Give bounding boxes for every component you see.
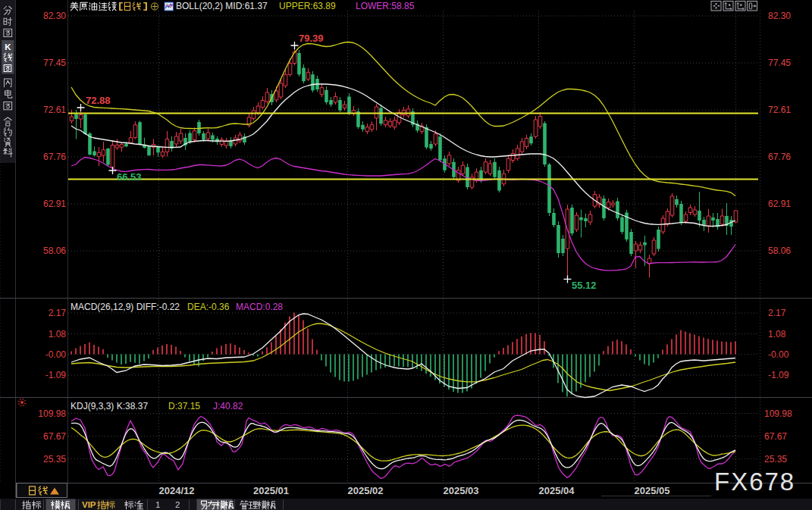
svg-text:2025/03: 2025/03 (444, 485, 479, 496)
svg-text:MACD:0.28: MACD:0.28 (236, 302, 283, 312)
svg-text:2024/12: 2024/12 (159, 485, 195, 496)
svg-text:25.35: 25.35 (43, 454, 66, 465)
svg-text:58.06: 58.06 (768, 246, 791, 256)
svg-text:55.12: 55.12 (572, 280, 597, 291)
svg-text:109.98: 109.98 (38, 408, 66, 419)
svg-text:82.30: 82.30 (768, 11, 791, 21)
svg-text:109.98: 109.98 (764, 408, 792, 419)
svg-text:62.91: 62.91 (43, 199, 66, 209)
svg-text:2025/04: 2025/04 (539, 485, 575, 496)
svg-text:MACD(26,12,9) DIFF:-0.22: MACD(26,12,9) DIFF:-0.22 (71, 302, 180, 312)
svg-text:25.35: 25.35 (764, 454, 787, 465)
svg-text:1.08: 1.08 (768, 329, 786, 339)
svg-text:67.67: 67.67 (764, 431, 787, 442)
svg-text:62.91: 62.91 (768, 199, 791, 209)
svg-text:-0.00: -0.00 (45, 349, 67, 360)
svg-text:77.45: 77.45 (768, 58, 791, 68)
svg-text:79.39: 79.39 (299, 33, 324, 44)
svg-text:J:40.82: J:40.82 (213, 401, 243, 411)
svg-text:2.17: 2.17 (768, 308, 786, 318)
svg-text:82.30: 82.30 (43, 11, 66, 21)
svg-text:1: 1 (155, 500, 160, 509)
svg-text:KDJ(9,3,3) K:38.37: KDJ(9,3,3) K:38.37 (71, 401, 148, 411)
svg-text:72.61: 72.61 (768, 105, 791, 115)
svg-text:2: 2 (175, 500, 180, 509)
svg-text:67.76: 67.76 (43, 152, 66, 162)
svg-text:67.67: 67.67 (43, 431, 66, 442)
svg-text:K: K (5, 42, 11, 52)
svg-text:72.61: 72.61 (43, 105, 66, 115)
svg-text:2.17: 2.17 (49, 308, 67, 318)
svg-text:2025/02: 2025/02 (348, 485, 384, 496)
svg-text:DEA:-0.36: DEA:-0.36 (187, 302, 230, 312)
svg-text:77.45: 77.45 (43, 58, 66, 68)
svg-text:FX678: FX678 (714, 468, 795, 496)
svg-text:1.08: 1.08 (49, 329, 67, 339)
svg-text:VIP: VIP (82, 500, 96, 509)
svg-text:67.76: 67.76 (768, 152, 791, 162)
svg-text:2025/05: 2025/05 (635, 485, 670, 496)
svg-text:-1.09: -1.09 (768, 370, 789, 380)
svg-text:D:37.15: D:37.15 (168, 401, 200, 411)
svg-text:66.53: 66.53 (117, 171, 142, 183)
svg-text:58.06: 58.06 (43, 246, 66, 256)
svg-text:BOLL(20,2) MID:61.37: BOLL(20,2) MID:61.37 (176, 1, 268, 11)
svg-text:UPPER:63.89: UPPER:63.89 (279, 1, 336, 11)
svg-text:2025/01: 2025/01 (253, 485, 289, 496)
svg-text:-1.09: -1.09 (45, 370, 67, 380)
svg-text:72.88: 72.88 (86, 95, 111, 106)
svg-text:-0.00: -0.00 (768, 349, 789, 360)
svg-text:LOWER:58.85: LOWER:58.85 (356, 1, 415, 11)
